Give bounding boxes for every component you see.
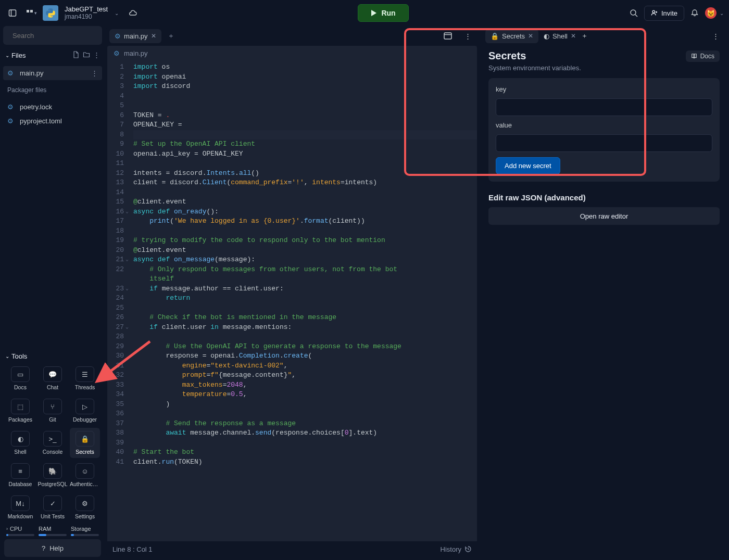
menu-icon[interactable]: ▾ — [24, 6, 39, 20]
code-line[interactable]: return — [133, 294, 477, 303]
code-line[interactable]: # Set up the OpenAI API client — [133, 139, 477, 149]
tool-console[interactable]: >_Console — [37, 428, 68, 458]
history-button[interactable]: History — [441, 545, 472, 553]
tool-threads[interactable]: ☰Threads — [70, 363, 100, 393]
code-line[interactable]: # Check if the bot is mentioned in the m… — [133, 313, 477, 323]
code-line[interactable] — [133, 332, 477, 342]
code-line[interactable]: ) — [133, 400, 477, 410]
breadcrumb[interactable]: main.py — [124, 49, 148, 57]
file-item[interactable]: ⚙main.py⋮ — [3, 66, 102, 80]
code-line[interactable]: # Send the response as a message — [133, 419, 477, 429]
code-line[interactable]: OPENAI_KEY = — [133, 120, 477, 130]
notifications-icon[interactable] — [687, 6, 702, 20]
code-line[interactable]: print('We have logged in as {0.user}'.fo… — [133, 217, 477, 226]
code-line[interactable] — [133, 101, 477, 111]
project-name[interactable]: JabeGPT_test — [65, 6, 108, 13]
project-username[interactable]: jman4190 — [65, 14, 108, 20]
code-line[interactable] — [133, 159, 477, 169]
sidebar-toggle-icon[interactable] — [5, 6, 20, 20]
code-line[interactable] — [133, 226, 477, 236]
close-icon[interactable]: ✕ — [528, 32, 533, 40]
help-button[interactable]: ? Help — [4, 539, 101, 557]
file-item[interactable]: ⚙pyproject.toml — [3, 114, 102, 128]
tool-packages[interactable]: ⬚Packages — [5, 396, 35, 426]
tool-debugger[interactable]: ▷Debugger — [70, 396, 100, 426]
code-line[interactable] — [133, 130, 477, 140]
add-secret-button[interactable]: Add new secret — [496, 157, 560, 174]
code-line[interactable]: import openai — [133, 72, 477, 82]
new-tab-button[interactable]: ＋ — [166, 29, 177, 43]
code-line[interactable]: if message.author == client.user: — [133, 284, 477, 294]
search-icon[interactable] — [626, 6, 641, 20]
code-line[interactable]: # Start the bot — [133, 448, 477, 457]
layout-icon[interactable] — [441, 29, 455, 43]
new-tab-button[interactable]: ＋ — [581, 31, 588, 41]
editor-more-icon[interactable]: ⋮ — [460, 29, 475, 43]
tool-git[interactable]: ⑂Git — [37, 396, 68, 426]
invite-button[interactable]: Invite — [644, 6, 684, 21]
code-line[interactable]: import discord — [133, 82, 477, 92]
code-line[interactable]: # Only respond to messages from other us… — [133, 265, 477, 284]
tab-main-py[interactable]: ⚙ main.py ✕ — [109, 29, 161, 43]
close-icon[interactable]: ✕ — [151, 32, 156, 40]
python-icon: ⚙ — [115, 32, 121, 40]
code-line[interactable] — [133, 188, 477, 198]
code-line[interactable]: intents = discord.Intents.all() — [133, 169, 477, 179]
tool-unit-tests[interactable]: ✓Unit Tests — [37, 492, 68, 523]
code-line[interactable]: @client.event — [133, 197, 477, 207]
search-input[interactable] — [12, 32, 100, 40]
code-line[interactable]: client.run(TOKEN) — [133, 457, 477, 467]
code-line[interactable]: client = discord.Client(command_prefix='… — [133, 178, 477, 188]
tool-chat[interactable]: 💬Chat — [37, 363, 68, 393]
code-line[interactable] — [133, 303, 477, 313]
tools-section[interactable]: ⌄ Tools — [3, 349, 102, 363]
close-icon[interactable]: ✕ — [571, 32, 576, 40]
code-line[interactable]: temperature=0.5, — [133, 390, 477, 400]
code-line[interactable] — [133, 438, 477, 448]
tab-shell[interactable]: ◐ Shell ✕ — [538, 29, 581, 43]
file-more-icon[interactable]: ⋮ — [91, 69, 98, 77]
code-line[interactable]: if client.user in message.mentions: — [133, 323, 477, 333]
tool-markdown[interactable]: M↓Markdown — [5, 492, 35, 523]
open-raw-editor-button[interactable]: Open raw editor — [488, 207, 720, 225]
files-section[interactable]: ⌄ Files ⋮ — [3, 48, 102, 63]
file-item[interactable]: ⚙poetry.lock — [3, 100, 102, 114]
search-input-wrap[interactable] — [3, 26, 102, 45]
code-line[interactable]: await message.channel.send(response.choi… — [133, 428, 477, 438]
code-line[interactable]: @client.event — [133, 246, 477, 256]
code-line[interactable]: openai.api_key = OPENAI_KEY — [133, 149, 477, 159]
secret-value-input[interactable] — [496, 134, 712, 152]
tool-secrets[interactable]: 🔒Secrets — [70, 428, 100, 458]
code-line[interactable]: import os — [133, 62, 477, 72]
code-line[interactable] — [133, 92, 477, 101]
tab-secrets[interactable]: 🔒 Secrets ✕ — [485, 29, 538, 43]
code-line[interactable]: prompt=f"{message.content}", — [133, 371, 477, 380]
secret-key-input[interactable] — [496, 98, 712, 116]
code-line[interactable]: TOKEN = . — [133, 111, 477, 121]
files-more-icon[interactable]: ⋮ — [93, 51, 100, 60]
new-file-icon[interactable] — [72, 51, 80, 60]
tool-settings[interactable]: ⚙Settings — [70, 492, 100, 523]
code-line[interactable]: max_tokens=2048, — [133, 380, 477, 390]
project-dropdown-icon[interactable]: ⌄ — [112, 6, 121, 20]
code-line[interactable]: engine="text-davinci-002", — [133, 361, 477, 371]
new-folder-icon[interactable] — [83, 51, 90, 60]
code-line[interactable]: async def on_message(message): — [133, 255, 477, 265]
rp-more-icon[interactable]: ⋮ — [708, 29, 723, 43]
python-icon: ⚙ — [7, 117, 16, 125]
cloud-icon[interactable] — [125, 6, 140, 20]
code-line[interactable]: # trying to modify the code to respond o… — [133, 236, 477, 246]
code-line[interactable]: response = openai.Completion.create( — [133, 351, 477, 361]
code-line[interactable]: async def on_ready(): — [133, 207, 477, 217]
tool-docs[interactable]: ▭Docs — [5, 363, 35, 393]
avatar[interactable]: 😺 — [705, 7, 717, 19]
tool-shell[interactable]: ◐Shell — [5, 428, 35, 458]
code-line[interactable]: # Use the OpenAI API to generate a respo… — [133, 342, 477, 352]
tool-authenticati-[interactable]: ☺Authenticati... — [70, 460, 100, 490]
tool-database[interactable]: ≡Database — [5, 460, 35, 490]
tool-postgresql[interactable]: 🐘PostgreSQL — [37, 460, 68, 490]
run-button[interactable]: Run — [358, 4, 408, 22]
code-line[interactable] — [133, 409, 477, 419]
docs-button[interactable]: Docs — [686, 50, 720, 62]
secrets-panel: key value Add new secret — [488, 78, 720, 182]
